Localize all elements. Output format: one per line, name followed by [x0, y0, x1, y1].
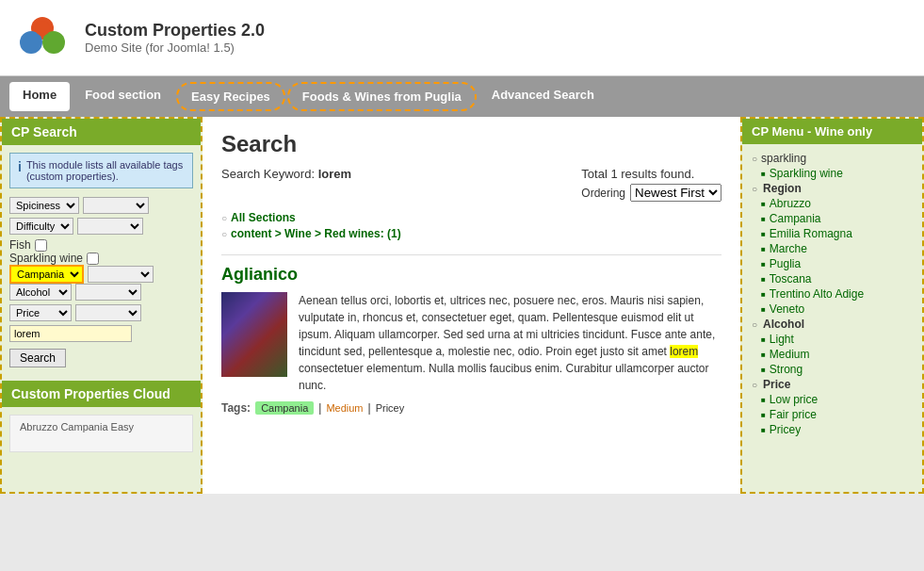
- spiciness-value-select[interactable]: [83, 197, 149, 214]
- fish-checkbox[interactable]: [35, 239, 47, 252]
- page-title: Search: [221, 131, 721, 157]
- difficulty-select[interactable]: Difficulty Easy Medium Hard: [9, 218, 73, 235]
- menu-low-price: ■ Low price: [752, 393, 913, 406]
- square-bullet-icon10: ■: [761, 305, 766, 314]
- search-meta: Search Keyword: lorem Total 1 results fo…: [221, 167, 721, 202]
- sidebar-right: CP Menu - Wine only ○ sparkling ■ Sparkl…: [740, 117, 924, 494]
- nav-food-section[interactable]: Food section: [72, 82, 174, 111]
- menu-emilia-link[interactable]: Emilia Romagna: [770, 227, 852, 240]
- tag-campania: Campania: [255, 401, 314, 415]
- logo-icon: [14, 9, 71, 66]
- filter-section: Spiciness Low Medium High Difficulty Eas…: [2, 193, 201, 371]
- circle-bullet-icon4: ○: [752, 380, 757, 390]
- tag-medium: Medium: [326, 402, 363, 414]
- ordering-select[interactable]: Newest First Oldest First Relevance: [630, 184, 721, 202]
- result-title: Aglianico: [221, 265, 721, 285]
- difficulty-value-select[interactable]: [77, 218, 143, 235]
- search-button-row: Search: [9, 346, 193, 367]
- menu-marche-link[interactable]: Marche: [770, 242, 807, 255]
- spiciness-row: Spiciness Low Medium High: [9, 197, 193, 214]
- search-input[interactable]: [9, 325, 132, 342]
- square-bullet-icon3: ■: [761, 200, 766, 208]
- sparkling-wine-checkbox[interactable]: [87, 253, 99, 265]
- campania-value-select[interactable]: [88, 266, 154, 283]
- campania-select[interactable]: Campania Abruzzo Marche Puglia: [9, 265, 84, 284]
- all-sections-item: ○ All Sections: [221, 211, 721, 224]
- cloud-text: Abruzzo Campania Easy: [20, 421, 134, 432]
- bullet-open-icon2: ○: [221, 229, 227, 239]
- price-value-select[interactable]: [75, 304, 141, 321]
- menu-puglia-link[interactable]: Puglia: [770, 257, 801, 270]
- square-bullet-icon12: ■: [761, 351, 766, 359]
- menu-fair-price: ■ Fair price: [752, 408, 913, 421]
- square-bullet-icon11: ■: [761, 335, 766, 344]
- price-row: Price Low Medium High: [9, 304, 193, 321]
- sidebar-right-title: CP Menu - Wine only: [742, 119, 922, 144]
- info-text: This module lists all available tags (cu…: [26, 159, 185, 182]
- site-name: Custom Properties 2.0: [85, 21, 265, 41]
- nav-foods-wines[interactable]: Foods & Wines from Puglia: [287, 82, 477, 111]
- breadcrumb-link[interactable]: content > Wine > Red wines: (1): [231, 227, 401, 240]
- menu-price: ○ Price: [752, 378, 913, 391]
- all-sections-link[interactable]: All Sections: [231, 211, 296, 224]
- header: Custom Properties 2.0 Demo Site (for Joo…: [0, 0, 924, 76]
- square-bullet-icon4: ■: [761, 215, 766, 223]
- square-bullet-icon7: ■: [761, 260, 766, 269]
- site-title: Custom Properties 2.0 Demo Site (for Joo…: [85, 21, 265, 55]
- search-input-row: [9, 325, 193, 342]
- menu-marche: ■ Marche: [752, 242, 913, 255]
- cloud-section: Custom Properties Cloud Abruzzo Campania…: [2, 381, 201, 452]
- menu-light: ■ Light: [752, 333, 913, 346]
- menu-puglia: ■ Puglia: [752, 257, 913, 270]
- menu-pricey-link[interactable]: Pricey: [770, 423, 801, 436]
- fish-row: Fish: [9, 238, 193, 252]
- search-button[interactable]: Search: [9, 349, 66, 367]
- separator1: |: [318, 401, 321, 415]
- info-box: i This module lists all available tags (…: [9, 153, 193, 188]
- price-select[interactable]: Price Low Medium High: [9, 304, 72, 321]
- menu-sparkling-wine-link[interactable]: Sparkling wine: [770, 167, 843, 180]
- alcohol-value-select[interactable]: [75, 284, 141, 301]
- square-bullet-icon5: ■: [761, 230, 766, 238]
- menu-abruzzo-link[interactable]: Abruzzo: [770, 197, 811, 210]
- difficulty-row: Difficulty Easy Medium Hard: [9, 218, 193, 235]
- spiciness-select[interactable]: Spiciness Low Medium High: [9, 197, 79, 214]
- tags-label: Tags:: [221, 401, 251, 415]
- menu-medium-link[interactable]: Medium: [770, 348, 810, 361]
- alcohol-select[interactable]: Alcohol Low Medium High: [9, 284, 72, 301]
- square-bullet-icon9: ■: [761, 290, 766, 299]
- menu-region-label: Region: [761, 182, 802, 195]
- menu-sparkling-wine: ■ Sparkling wine: [752, 167, 913, 180]
- menu-strong-link[interactable]: Strong: [770, 363, 802, 376]
- menu-campania-link[interactable]: Campania: [770, 212, 821, 225]
- circle-bullet-icon: ○: [752, 154, 757, 164]
- menu-emilia: ■ Emilia Romagna: [752, 227, 913, 240]
- cloud-area: Abruzzo Campania Easy: [9, 415, 193, 452]
- highlight-word: lorem: [670, 345, 698, 358]
- result-body: Aenean tellus orci, lobortis et, ultrice…: [221, 292, 721, 394]
- bullet-open-icon: ○: [221, 213, 227, 223]
- svg-point-3: [35, 21, 50, 36]
- circle-bullet-icon3: ○: [752, 319, 757, 330]
- keyword-label: Search Keyword:: [221, 167, 315, 181]
- menu-toscana: ■ Toscana: [752, 272, 913, 286]
- nav-home[interactable]: Home: [9, 82, 70, 111]
- square-bullet-icon6: ■: [761, 245, 766, 253]
- results-text: Total 1 results found.: [581, 167, 721, 181]
- menu-sparkling-label: sparkling: [761, 152, 806, 165]
- square-bullet-icon14: ■: [761, 396, 766, 404]
- menu-strong: ■ Strong: [752, 363, 913, 376]
- info-icon: i: [18, 159, 22, 182]
- menu-light-link[interactable]: Light: [770, 333, 794, 346]
- nav-easy-recipes[interactable]: Easy Recipes: [176, 82, 285, 111]
- menu-veneto: ■ Veneto: [752, 302, 913, 316]
- menu-price-label: Price: [761, 378, 790, 391]
- menu-fair-price-link[interactable]: Fair price: [770, 408, 817, 421]
- menu-trentino-link[interactable]: Trentino Alto Adige: [770, 287, 864, 301]
- result-image: [221, 292, 287, 377]
- nav-advanced-search[interactable]: Advanced Search: [478, 82, 608, 111]
- menu-toscana-link[interactable]: Toscana: [770, 272, 812, 286]
- menu-low-price-link[interactable]: Low price: [770, 393, 818, 406]
- tag-pricey: Pricey: [376, 402, 405, 414]
- menu-veneto-link[interactable]: Veneto: [770, 302, 804, 316]
